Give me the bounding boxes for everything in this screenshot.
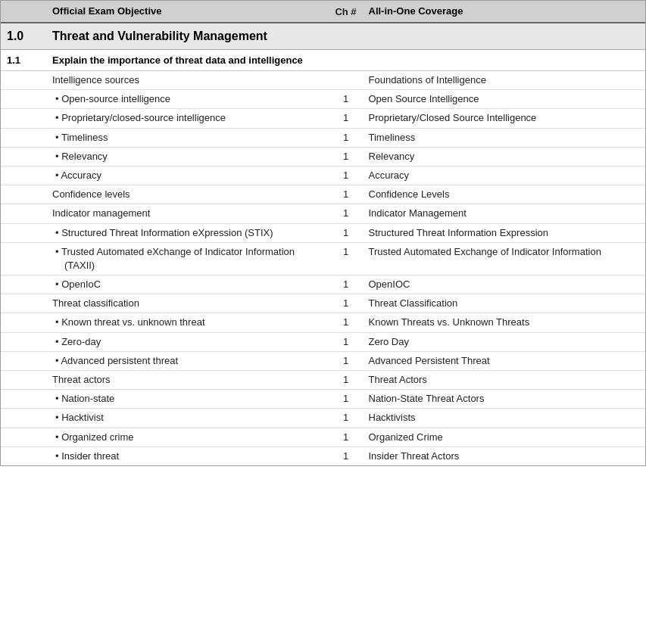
row-coverage: Hacktivists	[369, 411, 640, 425]
row-objective: Indicator management	[52, 207, 323, 220]
row-objective: Hacktivist	[52, 411, 323, 425]
row-coverage: Relevancy	[369, 150, 640, 163]
row-objective: Nation-state	[52, 392, 323, 406]
row-objective: Trusted Automated eXchange of Indicator …	[52, 245, 323, 272]
row-objective: OpenIoC	[52, 278, 323, 291]
table-row: Threat actors1Threat Actors	[1, 371, 645, 390]
row-ch: 1	[323, 92, 369, 104]
row-ch	[323, 73, 369, 74]
table-row: Indicator management1Indicator Managemen…	[1, 204, 645, 223]
row-coverage: Threat Actors	[369, 373, 640, 387]
row-objective: Organized crime	[52, 431, 323, 444]
section-1-0-num: 1.0	[7, 30, 52, 43]
table-row: Organized crime1Organized Crime	[1, 428, 645, 447]
table-row: Known threat vs. unknown threat1Known Th…	[1, 313, 645, 332]
row-ch: 1	[323, 207, 369, 219]
section-1-0-title: Threat and Vulnerability Management	[52, 30, 639, 43]
row-objective: Open-source intelligence	[52, 92, 323, 106]
row-objective: Confidence levels	[52, 188, 323, 201]
row-ch: 1	[323, 297, 369, 309]
row-objective: Threat actors	[52, 373, 323, 387]
row-coverage: Timeliness	[369, 131, 640, 145]
row-objective: Proprietary/closed-source intelligence	[52, 111, 323, 125]
table-row: OpenIoC1OpenIOC	[1, 275, 645, 294]
table-row: Hacktivist1Hacktivists	[1, 409, 645, 428]
table-row: Insider threat1Insider Threat Actors	[1, 447, 645, 465]
row-coverage: Accuracy	[369, 169, 640, 182]
row-ch: 1	[323, 188, 369, 200]
row-coverage: Known Threats vs. Unknown Threats	[369, 316, 640, 329]
row-coverage: Indicator Management	[369, 207, 640, 220]
table-row: Intelligence sourcesFoundations of Intel…	[1, 71, 645, 90]
row-coverage: Foundations of Intelligence	[369, 73, 640, 87]
row-ch: 1	[323, 169, 369, 181]
table-row: Accuracy1Accuracy	[1, 166, 645, 185]
row-ch: 1	[323, 245, 369, 257]
header-empty	[7, 5, 52, 17]
table-row: Advanced persistent threat1Advanced Pers…	[1, 352, 645, 371]
row-coverage: Nation-State Threat Actors	[369, 392, 640, 406]
row-ch: 1	[323, 373, 369, 385]
header-ch: Ch #	[323, 5, 369, 17]
section-1-1-title: Explain the importance of threat data an…	[52, 54, 639, 66]
row-coverage: Confidence Levels	[369, 188, 640, 201]
row-objective: Intelligence sources	[52, 73, 323, 87]
table-row: Proprietary/closed-source intelligence1P…	[1, 109, 645, 128]
row-ch: 1	[323, 335, 369, 347]
row-coverage: Threat Classification	[369, 297, 640, 310]
table-row: Threat classification1Threat Classificat…	[1, 294, 645, 313]
row-objective: Timeliness	[52, 131, 323, 145]
row-objective: Zero-day	[52, 335, 323, 349]
main-table: Official Exam Objective Ch # All-in-One …	[0, 0, 646, 466]
row-objective: Advanced persistent threat	[52, 354, 323, 368]
table-row: Relevancy1Relevancy	[1, 148, 645, 166]
row-ch: 1	[323, 316, 369, 328]
header-objective: Official Exam Objective	[52, 5, 323, 17]
table-row: Structured Threat Information eXpression…	[1, 224, 645, 243]
table-row: Nation-state1Nation-State Threat Actors	[1, 390, 645, 409]
row-coverage: Proprietary/Closed Source Intelligence	[369, 111, 640, 125]
row-ch: 1	[323, 278, 369, 290]
row-coverage: Zero Day	[369, 335, 640, 349]
row-objective: Relevancy	[52, 150, 323, 163]
table-row: Open-source intelligence1Open Source Int…	[1, 90, 645, 109]
table-row: Zero-day1Zero Day	[1, 333, 645, 352]
row-coverage: Advanced Persistent Threat	[369, 354, 640, 368]
table-row: Trusted Automated eXchange of Indicator …	[1, 243, 645, 275]
rows-container: Intelligence sourcesFoundations of Intel…	[1, 71, 645, 465]
row-coverage: Insider Threat Actors	[369, 450, 640, 463]
section-1-1-num: 1.1	[7, 54, 52, 66]
row-objective: Known threat vs. unknown threat	[52, 316, 323, 329]
table-header: Official Exam Objective Ch # All-in-One …	[1, 1, 645, 23]
row-ch: 1	[323, 150, 369, 162]
section-1-1: 1.1 Explain the importance of threat dat…	[1, 50, 645, 71]
row-coverage: Trusted Automated Exchange of Indicator …	[369, 245, 640, 259]
row-ch: 1	[323, 450, 369, 462]
table-row: Confidence levels1Confidence Levels	[1, 185, 645, 204]
row-objective: Insider threat	[52, 450, 323, 463]
row-coverage: OpenIOC	[369, 278, 640, 291]
row-ch: 1	[323, 354, 369, 366]
row-ch: 1	[323, 392, 369, 404]
row-objective: Accuracy	[52, 169, 323, 182]
row-ch: 1	[323, 131, 369, 143]
row-ch: 1	[323, 431, 369, 443]
table-row: Timeliness1Timeliness	[1, 129, 645, 148]
row-coverage: Structured Threat Information Expression	[369, 226, 640, 240]
row-coverage: Organized Crime	[369, 431, 640, 444]
header-coverage: All-in-One Coverage	[369, 5, 640, 17]
row-ch: 1	[323, 411, 369, 423]
row-ch: 1	[323, 226, 369, 238]
section-1-0: 1.0 Threat and Vulnerability Management	[1, 23, 645, 50]
row-objective: Threat classification	[52, 297, 323, 310]
row-coverage: Open Source Intelligence	[369, 92, 640, 106]
row-objective: Structured Threat Information eXpression…	[52, 226, 323, 240]
row-ch: 1	[323, 111, 369, 123]
